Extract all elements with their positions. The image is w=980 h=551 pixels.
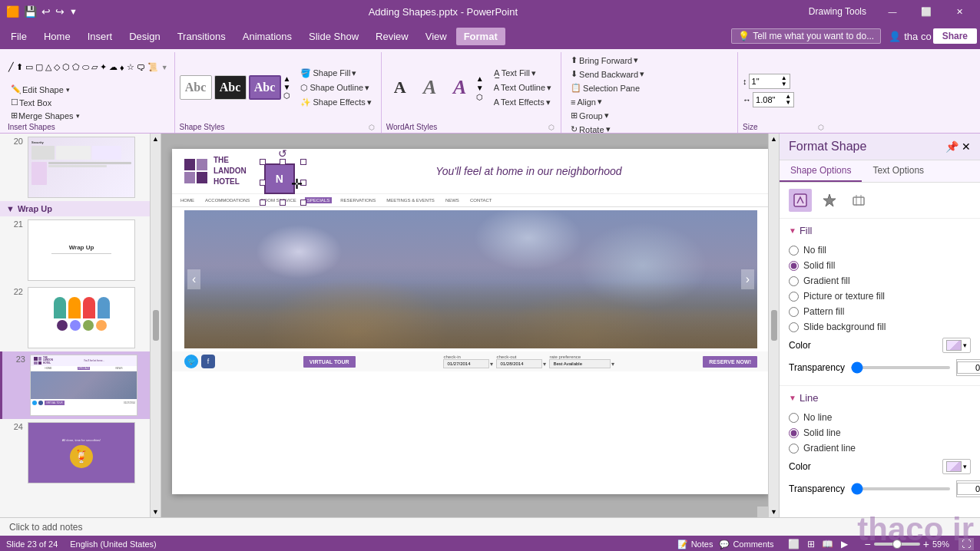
gradient-fill-radio[interactable] (789, 276, 799, 286)
shape-line[interactable]: ╱ (8, 61, 15, 73)
merge-shapes-btn[interactable]: ⊞ Merge Shapes ▾ (8, 110, 170, 121)
shape-parallelogram[interactable]: ▱ (91, 61, 98, 73)
fill-transparency-input[interactable] (957, 361, 980, 374)
height-input[interactable]: 1" ▲ ▼ (749, 74, 790, 89)
menu-insert[interactable]: Insert (80, 28, 121, 45)
slide-thumb-21[interactable]: 21 Wrap Up (0, 216, 150, 284)
menu-transitions[interactable]: Transitions (170, 28, 233, 45)
selected-n-shape[interactable]: N (264, 163, 295, 194)
rate-dropdown[interactable]: ▾ (611, 361, 614, 368)
no-fill-radio[interactable] (789, 246, 799, 256)
line-color-btn[interactable]: ▾ (942, 459, 971, 474)
nav-contact[interactable]: CONTACT (468, 197, 495, 203)
nav-meetings[interactable]: MEETINGS & EVENTS (384, 197, 437, 203)
menu-home[interactable]: Home (36, 28, 78, 45)
shape-diamond[interactable]: ◇ (53, 61, 61, 73)
virtual-tour-btn[interactable]: VIRTUAL TOUR (303, 356, 356, 368)
user-account[interactable]: 👤 tha co (889, 31, 931, 42)
panel-effects-icon[interactable] (818, 189, 841, 212)
shape-more2[interactable]: ☁ (108, 61, 118, 73)
shape-swatch-3[interactable]: Abc (249, 75, 281, 100)
text-box-btn[interactable]: ☐ Text Box (8, 97, 170, 108)
panel-fill-line-icon[interactable] (789, 189, 812, 212)
text-effects-btn[interactable]: A Text Effects ▾ (489, 96, 556, 109)
minimize-button[interactable]: — (879, 2, 906, 21)
scroll-right-up[interactable]: ▲ (769, 134, 779, 144)
notes-bar[interactable]: Click to add notes (0, 517, 980, 536)
undo-icon[interactable]: ↩ (41, 5, 51, 18)
wa-up[interactable]: ▲ (476, 74, 484, 83)
scroll-up[interactable]: ▲ (151, 134, 161, 144)
comments-status-label[interactable]: Comments (733, 539, 773, 549)
group-btn[interactable]: ⊞ Group ▾ (566, 109, 733, 122)
scroll-bar-right[interactable]: ▲ ▼ (768, 134, 779, 517)
wa-down[interactable]: ▼ (476, 84, 484, 92)
width-down[interactable]: ▼ (785, 100, 791, 106)
section-wrap-up[interactable]: ▼ Wrap Up (0, 201, 150, 216)
check-out-dropdown[interactable]: ▾ (543, 361, 546, 368)
wa-expand[interactable]: ⬡ (476, 93, 484, 101)
shape-rounded[interactable]: ▢ (35, 61, 44, 73)
fit-slide-btn[interactable]: ⛶ (958, 538, 974, 550)
check-in-dropdown[interactable]: ▾ (490, 361, 493, 368)
handle-tl[interactable] (260, 159, 266, 165)
fill-color-dropdown[interactable]: ▾ (963, 341, 967, 349)
redo-icon[interactable]: ↪ (55, 5, 65, 18)
shape-more4[interactable]: ☆ (126, 61, 135, 73)
zoom-value[interactable]: 59% (932, 539, 949, 549)
slide-thumb-22[interactable]: 22 (0, 284, 150, 351)
handle-bl[interactable] (260, 200, 266, 206)
handle-bm[interactable] (280, 200, 286, 206)
scroll-thumb-right[interactable] (771, 310, 777, 341)
zoom-slider-thumb[interactable] (892, 539, 902, 549)
normal-view-btn[interactable]: ⬜ (786, 538, 802, 550)
canvas-area[interactable]: ▲ ▼ (151, 134, 779, 517)
send-backward-btn[interactable]: ⬇ Send Backward ▾ (566, 68, 733, 81)
line-section-header[interactable]: ▼ Line (789, 392, 971, 404)
check-in-input[interactable] (443, 359, 489, 368)
fill-color-btn[interactable]: ▾ (942, 338, 971, 353)
slide-sorter-btn[interactable]: ⊞ (803, 538, 819, 550)
text-outline-btn[interactable]: A Text Outline ▾ (489, 81, 556, 94)
picture-fill-radio[interactable] (789, 292, 799, 302)
solid-fill-radio[interactable] (789, 261, 799, 271)
zoom-out-icon[interactable]: − (865, 538, 871, 550)
text-fill-btn[interactable]: A̲ Text Fill ▾ (489, 67, 556, 80)
pattern-fill-radio[interactable] (789, 307, 799, 317)
solid-line-radio[interactable] (789, 428, 799, 438)
notes-status-label[interactable]: Notes (691, 539, 713, 549)
shapes-dropdown[interactable]: ▼ (160, 64, 170, 71)
photo-left-arrow[interactable]: ‹ (187, 269, 200, 289)
no-line-radio[interactable] (789, 413, 799, 423)
style-up-arrow[interactable]: ▲ (283, 75, 291, 83)
handle-br[interactable] (300, 200, 306, 206)
search-box[interactable]: 💡 Tell me what you want to do... (731, 28, 881, 44)
style-down-arrow[interactable]: ▼ (283, 84, 291, 91)
shape-effects-btn[interactable]: ✨ Shape Effects ▾ (296, 96, 376, 109)
line-transparency-slider[interactable] (851, 487, 950, 490)
resize-handle[interactable] (757, 506, 768, 517)
width-input[interactable]: 1.08" ▲ ▼ (753, 92, 794, 107)
rate-input[interactable] (549, 359, 611, 368)
shape-outline-btn[interactable]: ⬡ Shape Outline ▾ (296, 81, 376, 94)
tab-shape-options[interactable]: Shape Options (780, 160, 862, 182)
scroll-thumb-v[interactable] (153, 310, 159, 341)
facebook-icon[interactable]: f (201, 355, 215, 368)
rotate-handle[interactable]: ↺ (278, 149, 287, 160)
bring-forward-btn[interactable]: ⬆ Bring Forward ▾ (566, 54, 733, 67)
menu-review[interactable]: Review (368, 28, 416, 45)
slide-thumb-20[interactable]: 20 Security (0, 134, 150, 201)
twitter-icon[interactable]: 🐦 (184, 355, 198, 368)
save-icon[interactable]: 💾 (24, 5, 37, 18)
shape-swatch-2[interactable]: Abc (214, 75, 247, 100)
align-btn[interactable]: ≡ Align ▾ (566, 95, 733, 108)
reserve-btn[interactable]: RESERVE NOW! (703, 356, 757, 368)
edit-shape-btn[interactable]: ✏️ Edit Shape ▾ (8, 84, 170, 95)
menu-format[interactable]: Format (456, 28, 505, 45)
shape-arrow[interactable]: ⬆ (15, 61, 24, 73)
panel-pin-icon[interactable]: 📌 (945, 140, 958, 153)
handle-mr[interactable] (300, 180, 306, 186)
scroll-down[interactable]: ▼ (151, 506, 161, 517)
handle-tr[interactable] (300, 159, 306, 165)
fill-section-header[interactable]: ▼ Fill (789, 225, 971, 236)
